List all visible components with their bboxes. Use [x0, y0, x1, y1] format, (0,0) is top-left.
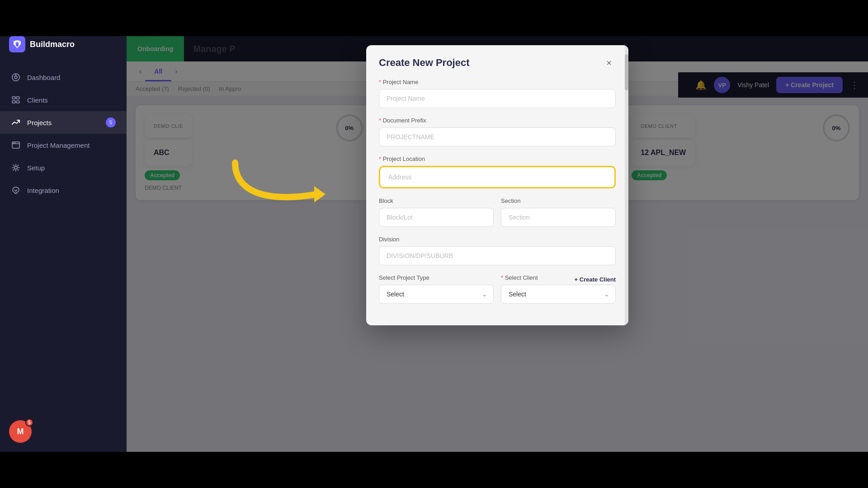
required-asterisk-2: *: [379, 117, 381, 124]
project-type-chevron-icon: ⌄: [482, 291, 487, 298]
projects-badge: 5: [106, 117, 116, 127]
document-prefix-group: * Document Prefix: [379, 117, 616, 146]
dashboard-icon: [11, 72, 21, 82]
modal-header: Create New Project ×: [366, 45, 628, 79]
avatar-area: M 5: [0, 411, 127, 452]
address-input[interactable]: [381, 168, 613, 186]
modal-overlay: Create New Project × * Project Name: [127, 36, 868, 452]
sidebar-item-setup[interactable]: Setup: [0, 156, 127, 179]
svg-rect-6: [16, 101, 19, 103]
sidebar-item-dashboard[interactable]: Dashboard: [0, 66, 127, 89]
avatar-initial: M: [17, 427, 24, 436]
svg-rect-4: [16, 97, 19, 99]
svg-marker-12: [314, 186, 326, 202]
client-select[interactable]: Select ⌄: [501, 285, 616, 304]
sidebar-item-project-management[interactable]: Project Management: [0, 134, 127, 156]
bottom-black-bar: [0, 452, 868, 488]
client-label: * Select Client: [501, 274, 538, 281]
project-management-icon: [11, 140, 21, 150]
required-asterisk-4: *: [501, 274, 505, 281]
create-client-link[interactable]: + Create Client: [575, 276, 616, 283]
section-group: Section: [501, 197, 616, 227]
top-black-bar: [0, 0, 868, 36]
projects-icon: [11, 117, 21, 127]
arrow-annotation: [226, 154, 353, 214]
modal-scrollbar[interactable]: [625, 45, 628, 325]
app-wrapper: Buildmacro Dashboard: [0, 36, 868, 452]
project-type-label: Select Project Type: [379, 274, 494, 281]
modal-title: Create New Project: [379, 57, 470, 69]
svg-point-10: [14, 142, 15, 143]
modal-body: * Project Name * Document Prefix: [366, 79, 628, 325]
required-asterisk: *: [379, 79, 383, 85]
document-prefix-input[interactable]: [379, 127, 616, 146]
document-prefix-label: * Document Prefix: [379, 117, 616, 124]
content-wrapper: Onboarding Manage P ‹ All › Accepted (7)…: [127, 36, 868, 452]
division-label: Division: [379, 236, 616, 243]
project-location-label: * Project Location: [379, 155, 616, 162]
logo-icon: [9, 36, 25, 52]
required-asterisk-3: *: [379, 155, 383, 162]
clients-label: Clients: [27, 96, 48, 104]
project-type-value: Select: [387, 291, 404, 298]
block-group: Block: [379, 197, 494, 227]
client-chevron-icon: ⌄: [604, 291, 609, 298]
section-label: Section: [501, 197, 616, 204]
project-location-group: * Project Location: [379, 155, 616, 188]
address-input-container: [379, 166, 616, 188]
project-type-select-wrapper: Select ⌄: [379, 285, 494, 304]
avatar-badge: 5: [25, 418, 33, 427]
type-client-row: Select Project Type Select ⌄: [379, 274, 616, 313]
client-value: Select: [509, 291, 526, 298]
project-name-group: * Project Name: [379, 79, 616, 108]
projects-label: Projects: [27, 119, 52, 127]
modal-close-button[interactable]: ×: [602, 56, 616, 70]
app-name: Buildmacro: [30, 40, 75, 49]
sidebar-item-projects[interactable]: Projects 5: [0, 111, 127, 134]
section-input[interactable]: [501, 208, 616, 227]
block-label: Block: [379, 197, 494, 204]
division-input[interactable]: [379, 246, 616, 265]
svg-point-9: [13, 142, 14, 143]
close-icon: ×: [606, 58, 612, 68]
user-avatar[interactable]: M 5: [9, 420, 32, 443]
block-section-group: Block Section: [379, 197, 616, 227]
svg-point-1: [14, 76, 17, 79]
svg-rect-3: [12, 97, 15, 99]
svg-point-11: [14, 166, 17, 169]
modal-scrollbar-thumb: [625, 54, 628, 90]
dashboard-label: Dashboard: [27, 74, 60, 81]
sidebar-item-integration[interactable]: Integration: [0, 179, 127, 202]
svg-rect-5: [12, 101, 15, 103]
clients-icon: [11, 95, 21, 105]
sidebar-item-clients[interactable]: Clients: [0, 89, 127, 111]
block-input[interactable]: [379, 208, 494, 227]
logo-area: Buildmacro: [0, 36, 127, 66]
setup-label: Setup: [27, 164, 45, 172]
client-group: * Select Client + Create Client Select ⌄: [501, 274, 616, 304]
project-type-group: Select Project Type Select ⌄: [379, 274, 494, 304]
project-name-label: * Project Name: [379, 79, 616, 85]
project-name-input[interactable]: [379, 89, 616, 108]
project-management-label: Project Management: [27, 141, 90, 149]
project-type-select[interactable]: Select ⌄: [379, 285, 494, 304]
integration-icon: [11, 185, 21, 195]
setup-icon: [11, 163, 21, 173]
sidebar: Buildmacro Dashboard: [0, 36, 127, 452]
division-group: Division: [379, 236, 616, 265]
create-project-modal: Create New Project × * Project Name: [366, 45, 628, 325]
client-label-row: * Select Client + Create Client: [501, 274, 616, 285]
integration-label: Integration: [27, 187, 59, 194]
client-select-wrapper: Select ⌄: [501, 285, 616, 304]
